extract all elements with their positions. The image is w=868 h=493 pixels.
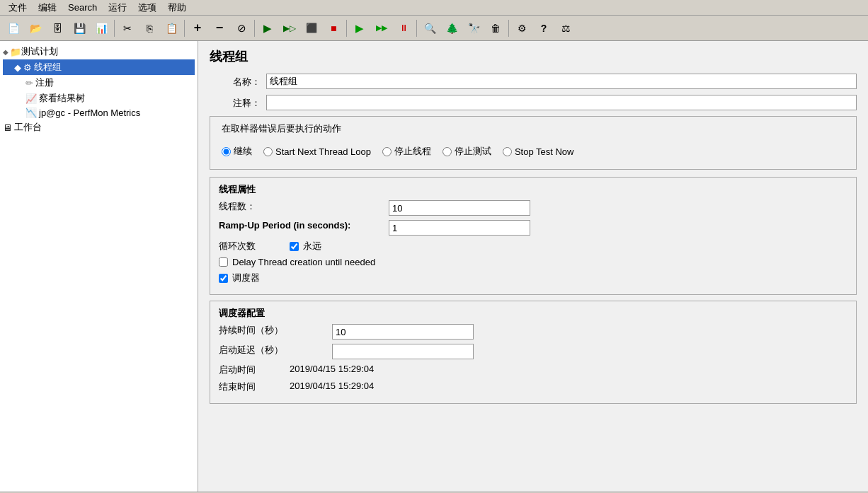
folder-icon-test-plan: 📁: [10, 47, 21, 57]
ramp-up-input[interactable]: [389, 220, 530, 236]
desk-icon-workbench: 🖥: [3, 122, 12, 133]
radio-continue[interactable]: 继续: [222, 145, 252, 158]
radio-group: 继续 Start Next Thread Loop 停止线程 停止测试 Stop…: [222, 139, 845, 163]
name-input[interactable]: [266, 74, 857, 89]
toolbar: 📄 📂 🗄 💾 📊 ✂ ⎘ 📋 + − ⊘ ▶ ▶▷ ⬛ ⏹ ▶ ▶▶ ⏸ 🔍 …: [0, 16, 868, 41]
toolbar-sep-6: [508, 20, 509, 37]
stop-button[interactable]: ⬛: [301, 18, 322, 38]
radio-stop-test-now[interactable]: Stop Test Now: [503, 146, 574, 157]
toolbar-sep-1: [114, 20, 115, 37]
pencil-icon-register: ✏: [25, 78, 33, 88]
duration-input[interactable]: [332, 324, 474, 340]
menu-options[interactable]: 选项: [132, 0, 162, 16]
play-button[interactable]: ▶: [257, 18, 278, 38]
radio-stop-test[interactable]: 停止测试: [442, 145, 491, 158]
duration-row: 持续时间（秒）: [219, 324, 847, 340]
clear-button[interactable]: ⊘: [231, 18, 252, 38]
close-button[interactable]: 🗄: [47, 18, 68, 38]
menu-edit[interactable]: 编辑: [33, 0, 62, 16]
help-button[interactable]: ?: [533, 18, 554, 38]
stop-all-button[interactable]: ⏹: [323, 18, 344, 38]
toolbar-sep-3: [254, 20, 255, 37]
remove-button[interactable]: −: [209, 18, 230, 38]
tree-item-perfmon[interactable]: 📉 jp@gc - PerfMon Metrics: [3, 106, 195, 120]
menu-search[interactable]: Search: [62, 1, 103, 14]
end-time-value: 2019/04/15 15:29:04: [290, 381, 374, 391]
tree-item-register[interactable]: ✏ 注册: [3, 75, 195, 91]
end-time-row: 结束时间 2019/04/15 15:29:04: [219, 381, 847, 393]
tree-item-workbench[interactable]: 🖥 工作台: [3, 120, 195, 135]
ramp-up-row: Ramp-Up Period (in seconds):: [219, 220, 847, 236]
remote-play-button[interactable]: ▶: [349, 18, 370, 38]
cut-button[interactable]: ✂: [117, 18, 138, 38]
start-time-value: 2019/04/15 15:29:04: [290, 364, 374, 374]
error-action-section: 在取样器错误后要执行的动作 继续 Start Next Thread Loop …: [210, 116, 857, 170]
tree-button[interactable]: 🌲: [441, 18, 462, 38]
tree-label-register: 注册: [35, 76, 54, 89]
delay-creation-label: Delay Thread creation until needed: [232, 257, 375, 267]
delay-creation-row: Delay Thread creation until needed: [219, 257, 847, 267]
radio-next-loop[interactable]: Start Next Thread Loop: [263, 146, 371, 157]
delay-creation-checkbox[interactable]: [219, 257, 228, 267]
scheduler-row: 调度器: [219, 272, 847, 284]
startup-delay-input[interactable]: [332, 344, 474, 359]
search-button[interactable]: 🔍: [419, 18, 440, 38]
panel-title: 线程组: [210, 48, 857, 65]
paste-button[interactable]: 📋: [161, 18, 182, 38]
menu-run[interactable]: 运行: [103, 0, 132, 16]
duration-label: 持续时间（秒）: [219, 324, 332, 337]
tree-item-thread-group[interactable]: ◆ ⚙ 线程组: [3, 59, 195, 75]
scheduler-label: 调度器: [232, 272, 260, 284]
thread-props-title: 线程属性: [219, 183, 847, 196]
scheduler-config-title: 调度器配置: [219, 307, 847, 320]
comment-label: 注释：: [210, 95, 266, 110]
trash-button[interactable]: 🗑: [485, 18, 506, 38]
radio-stop-thread[interactable]: 停止线程: [382, 145, 431, 158]
menu-help[interactable]: 帮助: [162, 0, 192, 16]
gear-icon-thread-group: ⚙: [23, 62, 32, 73]
open-button[interactable]: 📂: [25, 18, 46, 38]
startup-delay-row: 启动延迟（秒）: [219, 344, 847, 359]
menu-file[interactable]: 文件: [3, 0, 33, 16]
tree-item-test-plan[interactable]: ◆ 📁 测试计划: [3, 44, 195, 59]
tree-label-perfmon: jp@gc - PerfMon Metrics: [39, 108, 140, 118]
remote-play-all-button[interactable]: ▶▶: [371, 18, 392, 38]
expand-icon-test-plan: ◆: [3, 48, 8, 56]
form-panel: 线程组 名称： 注释： 在取样器错误后要执行的动作 继续 Start Next …: [198, 41, 868, 492]
tree-label-test-plan: 测试计划: [21, 45, 58, 58]
ramp-up-label: Ramp-Up Period (in seconds):: [219, 220, 389, 231]
toolbar-sep-4: [346, 20, 347, 37]
monitor-button[interactable]: 🔭: [463, 18, 484, 38]
remote-stop-button[interactable]: ⏸: [393, 18, 414, 38]
thread-count-row: 线程数：: [219, 200, 847, 216]
radio-stop-test-label: 停止测试: [455, 145, 491, 158]
save-button[interactable]: 💾: [69, 18, 90, 38]
radio-stop-thread-label: 停止线程: [394, 145, 431, 158]
scheduler-checkbox[interactable]: [219, 274, 228, 283]
copy-button[interactable]: ⎘: [139, 18, 160, 38]
radio-next-loop-label: Start Next Thread Loop: [275, 146, 371, 157]
tree-label-thread-group: 线程组: [34, 61, 62, 74]
start-time-label: 启动时间: [219, 364, 290, 376]
comment-input[interactable]: [266, 95, 857, 110]
function-button[interactable]: ⚙: [511, 18, 532, 38]
tree-panel: ◆ 📁 测试计划 ◆ ⚙ 线程组 ✏ 注册 📈 察看结果树: [0, 41, 198, 492]
toolbar-sep-2: [184, 20, 185, 37]
startup-delay-label: 启动延迟（秒）: [219, 344, 332, 356]
forever-checkbox[interactable]: [290, 242, 299, 251]
about-button[interactable]: ⚖: [555, 18, 576, 38]
thread-count-label: 线程数：: [219, 200, 389, 213]
add-button[interactable]: +: [187, 18, 208, 38]
name-label: 名称：: [210, 74, 266, 88]
perf-icon: 📉: [25, 108, 37, 118]
forever-label: 永远: [303, 240, 321, 253]
thread-count-input[interactable]: [389, 200, 530, 216]
report-button[interactable]: 📊: [91, 18, 112, 38]
tree-item-result-tree[interactable]: 📈 察看结果树: [3, 91, 195, 106]
new-file-button[interactable]: 📄: [3, 18, 24, 38]
loop-count-label: 循环次数: [219, 240, 290, 253]
play-all-button[interactable]: ▶▷: [279, 18, 300, 38]
name-row: 名称：: [210, 74, 857, 89]
error-action-label: 在取样器错误后要执行的动作: [222, 122, 845, 135]
forever-checkbox-label[interactable]: 永远: [290, 240, 321, 253]
